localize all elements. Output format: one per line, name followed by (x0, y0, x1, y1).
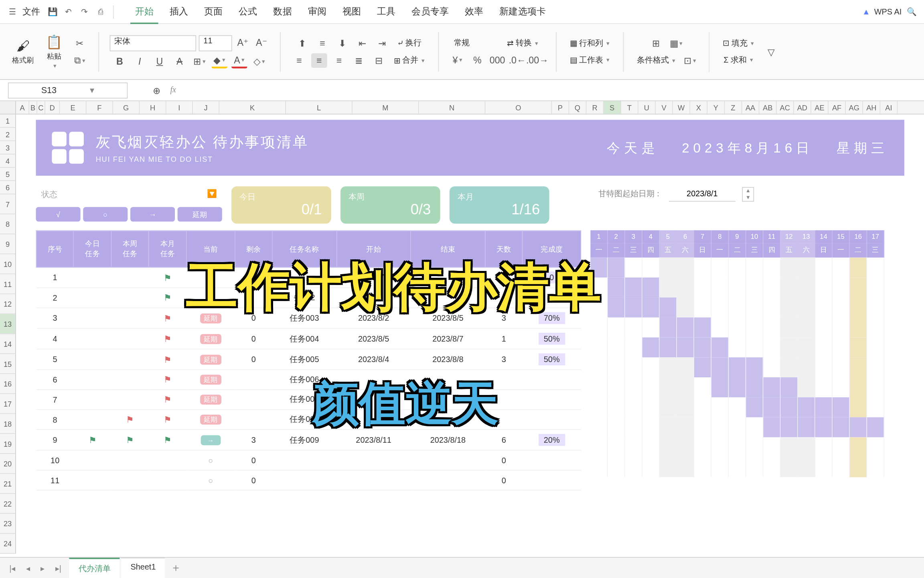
task-row[interactable]: 7⚑延期任务007 (36, 390, 581, 410)
row-header[interactable]: 1 (0, 114, 15, 128)
percent-icon[interactable]: % (470, 53, 486, 67)
row-header[interactable]: 14 (0, 334, 15, 354)
col-header[interactable]: F (87, 101, 113, 114)
paste-button[interactable]: 📋 粘贴 (43, 33, 65, 71)
sum-button[interactable]: Σ 求和 (721, 53, 756, 67)
fill-button[interactable]: ⊡ 填充 (720, 36, 757, 50)
row-header[interactable]: 8 (0, 214, 15, 234)
wrap-button[interactable]: ⤶ 换行 (394, 36, 424, 50)
font-size-select[interactable]: 11 (199, 35, 232, 51)
task-row[interactable]: 6⚑延期任务006 (36, 370, 581, 390)
col-header[interactable]: Y (707, 101, 725, 114)
tab-审阅[interactable]: 审阅 (300, 0, 334, 24)
col-header[interactable]: T (621, 101, 638, 114)
task-row[interactable]: 2⚑务0022023 (36, 288, 581, 308)
col-header[interactable]: C (37, 101, 45, 114)
row-header[interactable]: 3 (0, 141, 15, 154)
tab-数据[interactable]: 数据 (265, 0, 300, 24)
tab-开始[interactable]: 开始 (127, 0, 162, 24)
col-header[interactable]: W (673, 101, 690, 114)
sheet-nav-prev[interactable]: ◂ (23, 563, 32, 572)
task-row[interactable]: 4⚑延期0任务0042023/8/52023/8/7150% (36, 328, 581, 349)
decrease-font-icon[interactable]: A⁻ (253, 35, 270, 49)
tab-视图[interactable]: 视图 (334, 0, 369, 24)
formula-input[interactable] (181, 85, 580, 95)
col-header[interactable]: O (485, 101, 552, 114)
tab-公式[interactable]: 公式 (231, 0, 265, 24)
sheet-nav-first[interactable]: |◂ (7, 563, 18, 572)
col-header[interactable]: H (140, 101, 166, 114)
row-header[interactable]: 12 (0, 294, 15, 314)
col-header[interactable]: J (193, 101, 219, 114)
row-header[interactable]: 22 (0, 494, 15, 514)
merge-button[interactable]: ⊞ 合并 (391, 53, 428, 67)
col-header[interactable]: AC (777, 101, 794, 114)
cell-style-icon[interactable]: ▦ (668, 36, 684, 50)
task-row[interactable]: 1⚑2023/0 (36, 267, 581, 288)
font-color-icon[interactable]: A (231, 53, 247, 68)
col-header[interactable]: X (690, 101, 707, 114)
row-header[interactable]: 19 (0, 434, 15, 454)
tab-页面[interactable]: 页面 (196, 0, 231, 24)
col-header[interactable]: P (552, 101, 569, 114)
col-header[interactable]: AE (811, 101, 829, 114)
row-header[interactable]: 16 (0, 374, 15, 394)
col-header[interactable]: AB (759, 101, 776, 114)
sheet-nav-next[interactable]: ▸ (38, 563, 47, 572)
task-row[interactable]: 10○00 (36, 450, 581, 470)
col-header[interactable]: N (419, 101, 486, 114)
col-header[interactable]: U (638, 101, 656, 114)
redo-icon[interactable]: ↷ (79, 6, 91, 18)
zoom-icon[interactable]: ⊕ (149, 83, 165, 97)
row-header[interactable]: 20 (0, 454, 15, 474)
col-header[interactable]: I (166, 101, 193, 114)
cond-fmt-button[interactable]: 条件格式 (634, 53, 678, 67)
cut-icon[interactable]: ✂ (72, 36, 88, 50)
tab-插入[interactable]: 插入 (162, 0, 196, 24)
increase-font-icon[interactable]: A⁺ (235, 35, 251, 49)
justify-icon[interactable]: ≣ (351, 53, 367, 67)
row-header[interactable]: 4 (0, 155, 15, 168)
border-icon[interactable]: ⊞ (192, 53, 208, 68)
save-icon[interactable]: 💾 (47, 6, 59, 18)
tab-会员专享[interactable]: 会员专享 (403, 0, 457, 24)
undo-icon[interactable]: ↶ (63, 6, 75, 18)
task-row[interactable]: 3⚑延期0任务0032023/8/22023/8/5370% (36, 308, 581, 328)
col-header[interactable]: AH (863, 101, 880, 114)
row-header[interactable]: 15 (0, 354, 15, 374)
task-row[interactable]: 9⚑⚑⚑→3任务0092023/8/112023/8/18620% (36, 429, 581, 450)
row-header[interactable]: 5 (0, 168, 15, 181)
row-header[interactable]: 13 (0, 314, 15, 334)
tab-新建选项卡[interactable]: 新建选项卡 (491, 0, 554, 24)
italic-icon[interactable]: I (132, 53, 148, 68)
decimal-dec-icon[interactable]: .0← (509, 53, 525, 67)
format-icon[interactable]: ⊡ (682, 53, 698, 67)
col-header[interactable]: Q (569, 101, 586, 114)
task-row[interactable]: 11○00 (36, 470, 581, 490)
number-format-select[interactable]: 常规 (454, 37, 500, 49)
distribute-icon[interactable]: ⊟ (371, 53, 387, 67)
decimal-inc-icon[interactable]: .00→ (529, 53, 545, 67)
col-header[interactable]: K (219, 101, 286, 114)
row-header[interactable]: 2 (0, 128, 15, 141)
table-style-icon[interactable]: ⊞ (648, 36, 665, 50)
filter-icon[interactable]: 🔽 (207, 189, 217, 200)
tab-工具[interactable]: 工具 (369, 0, 403, 24)
strike-icon[interactable]: A (172, 53, 188, 68)
task-row[interactable]: 5⚑延期0任务0052023/8/42023/8/8350% (36, 349, 581, 370)
col-header[interactable]: AD (794, 101, 811, 114)
indent-dec-icon[interactable]: ⇤ (355, 36, 371, 50)
gantt-start-input[interactable] (669, 186, 736, 201)
col-header[interactable]: R (586, 101, 604, 114)
fx-icon[interactable]: fx (170, 85, 176, 95)
align-middle-icon[interactable]: ≡ (314, 36, 330, 50)
name-box[interactable]: S13 (8, 82, 128, 98)
col-header[interactable]: A (16, 101, 29, 114)
format-painter-button[interactable]: 🖌 格式刷 (9, 37, 36, 66)
convert-button[interactable]: ⇄ 转换 (505, 36, 541, 50)
wps-ai[interactable]: ▲ WPS AI 🔍 (862, 6, 918, 18)
align-bottom-icon[interactable]: ⬇ (334, 36, 351, 50)
hamburger-icon[interactable]: ☰ (7, 6, 19, 18)
col-header[interactable]: AF (829, 101, 846, 114)
col-header[interactable]: AG (846, 101, 863, 114)
